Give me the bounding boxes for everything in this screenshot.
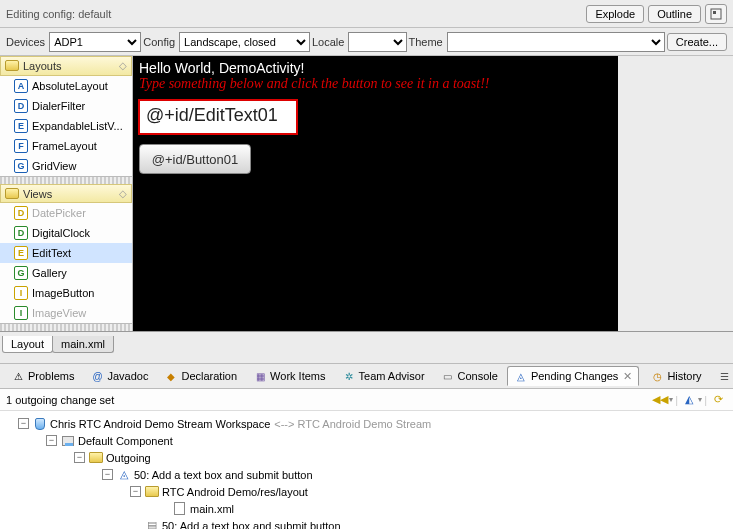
palette-item-label: EditText bbox=[32, 247, 71, 259]
outline-button[interactable]: Outline bbox=[648, 5, 701, 23]
scroll-stub[interactable] bbox=[0, 323, 132, 331]
explode-button[interactable]: Explode bbox=[586, 5, 644, 23]
letter-icon: D bbox=[14, 206, 28, 220]
palette-views-header[interactable]: Views ◇ bbox=[0, 184, 132, 204]
tab-layout[interactable]: Layout bbox=[2, 336, 53, 353]
folder-icon bbox=[5, 60, 19, 71]
theme-label: Theme bbox=[409, 36, 443, 48]
palette-layouts-header[interactable]: Layouts ◇ bbox=[0, 56, 132, 76]
tab-mainxml[interactable]: main.xml bbox=[52, 336, 114, 353]
letter-icon: E bbox=[14, 119, 28, 133]
letter-icon: D bbox=[14, 99, 28, 113]
tree-file[interactable]: main.xml bbox=[190, 503, 234, 515]
preview-button[interactable]: @+id/Button01 bbox=[139, 144, 251, 174]
preview-textview-hint[interactable]: Type something below and click the butto… bbox=[133, 76, 618, 98]
close-icon[interactable]: ✕ bbox=[623, 370, 632, 383]
tab-problems[interactable]: ⚠ Problems bbox=[4, 366, 81, 386]
outgoing-icon[interactable]: ◭ bbox=[680, 392, 698, 408]
tree-component[interactable]: Default Component bbox=[78, 435, 173, 447]
palette-item-label: DigitalClock bbox=[32, 227, 90, 239]
palette-item-imageview[interactable]: IImageView bbox=[0, 303, 132, 323]
folder-icon bbox=[5, 188, 19, 199]
letter-icon: G bbox=[14, 266, 28, 280]
palette-item-framelayout[interactable]: FFrameLayout bbox=[0, 136, 132, 156]
tab-declaration[interactable]: ◆ Declaration bbox=[157, 366, 244, 386]
palette-item-edittext[interactable]: EEditText bbox=[0, 243, 132, 263]
tree-workspace-target: <--> RTC Android Demo Stream bbox=[274, 418, 431, 430]
locale-select[interactable] bbox=[348, 32, 406, 52]
tab-console[interactable]: ▭ Console bbox=[434, 366, 505, 386]
palette-item-expandablelistv...[interactable]: EExpandableListV... bbox=[0, 116, 132, 136]
tab-properties[interactable]: ☰ Proper bbox=[711, 366, 733, 386]
palette-item-gridview[interactable]: GGridView bbox=[0, 156, 132, 176]
preview-edittext[interactable]: @+id/EditText01 bbox=[139, 100, 297, 134]
palette-item-gallery[interactable]: GGallery bbox=[0, 263, 132, 283]
palette-item-dialerfilter[interactable]: DDialerFilter bbox=[0, 96, 132, 116]
tab-problems-label: Problems bbox=[28, 370, 74, 382]
palette-item-absolutelayout[interactable]: AAbsoluteLayout bbox=[0, 76, 132, 96]
teamadvisor-icon: ✲ bbox=[342, 369, 356, 383]
palette-item-datepicker[interactable]: DDatePicker bbox=[0, 203, 132, 223]
tree-folder[interactable]: RTC Android Demo/res/layout bbox=[162, 486, 308, 498]
config-select[interactable]: Landscape, closed bbox=[179, 32, 310, 52]
palette-layouts-label: Layouts bbox=[23, 60, 62, 72]
devices-select[interactable]: ADP1 bbox=[49, 32, 141, 52]
history-icon: ◷ bbox=[650, 369, 664, 383]
tab-history-label: History bbox=[667, 370, 701, 382]
refresh-icon[interactable]: ⟳ bbox=[709, 392, 727, 408]
letter-icon: A bbox=[14, 79, 28, 93]
palette-item-label: DatePicker bbox=[32, 207, 86, 219]
letter-icon: F bbox=[14, 139, 28, 153]
locale-label: Locale bbox=[312, 36, 344, 48]
preview-textview-hello[interactable]: Hello World, DemoActivity! bbox=[133, 56, 618, 76]
folder-icon bbox=[144, 484, 159, 499]
tree-outgoing[interactable]: Outgoing bbox=[106, 452, 151, 464]
editing-config-title: Editing config: default bbox=[6, 8, 582, 20]
palette-views-list: DDatePickerDDigitalClockEEditTextGGaller… bbox=[0, 203, 132, 323]
folder-icon bbox=[88, 450, 103, 465]
create-button[interactable]: Create... bbox=[667, 33, 727, 51]
letter-icon: E bbox=[14, 246, 28, 260]
tab-pending-label: Pending Changes bbox=[531, 370, 618, 382]
pending-icon: ◬ bbox=[514, 369, 528, 383]
pending-changes-tree[interactable]: − Chris RTC Android Demo Stream Workspac… bbox=[0, 411, 733, 529]
file-icon bbox=[172, 501, 187, 516]
palette-item-label: Gallery bbox=[32, 267, 67, 279]
scroll-stub[interactable] bbox=[0, 176, 132, 184]
config-label: Config bbox=[143, 36, 175, 48]
incoming-icon[interactable]: ◀◀ bbox=[651, 392, 669, 408]
twist-icon[interactable]: − bbox=[102, 469, 113, 480]
tab-pending-changes[interactable]: ◬ Pending Changes ✕ bbox=[507, 366, 639, 386]
twist-icon[interactable]: − bbox=[130, 486, 141, 497]
twist-icon[interactable]: − bbox=[18, 418, 29, 429]
collapse-icon[interactable]: ◇ bbox=[119, 60, 127, 71]
letter-icon: I bbox=[14, 286, 28, 300]
tab-history[interactable]: ◷ History bbox=[643, 366, 708, 386]
tab-declaration-label: Declaration bbox=[181, 370, 237, 382]
theme-select[interactable] bbox=[447, 32, 665, 52]
tree-changeset-2[interactable]: 50: Add a text box and submit button bbox=[162, 520, 341, 530]
tree-workspace[interactable]: Chris RTC Android Demo Stream Workspace bbox=[50, 418, 270, 430]
view-menu-icon[interactable] bbox=[705, 4, 727, 24]
twist-icon[interactable]: − bbox=[46, 435, 57, 446]
palette-views-label: Views bbox=[23, 188, 52, 200]
workspace-icon bbox=[32, 416, 47, 431]
palette-layouts-list: AAbsoluteLayoutDDialerFilterEExpandableL… bbox=[0, 76, 132, 176]
collapse-icon[interactable]: ◇ bbox=[119, 188, 127, 199]
tab-teamadvisor-label: Team Advisor bbox=[359, 370, 425, 382]
palette-item-imagebutton[interactable]: IImageButton bbox=[0, 283, 132, 303]
palette-item-digitalclock[interactable]: DDigitalClock bbox=[0, 223, 132, 243]
tree-changeset-1[interactable]: 50: Add a text box and submit button bbox=[134, 469, 313, 481]
console-icon: ▭ bbox=[441, 369, 455, 383]
palette-panel: Layouts ◇ AAbsoluteLayoutDDialerFilterEE… bbox=[0, 56, 133, 331]
tab-teamadvisor[interactable]: ✲ Team Advisor bbox=[335, 366, 432, 386]
separator: | bbox=[673, 394, 680, 406]
layout-canvas[interactable]: Hello World, DemoActivity! Type somethin… bbox=[133, 56, 618, 331]
workitems-icon: ▦ bbox=[253, 369, 267, 383]
palette-item-label: FrameLayout bbox=[32, 140, 97, 152]
tab-workitems[interactable]: ▦ Work Items bbox=[246, 366, 332, 386]
letter-icon: G bbox=[14, 159, 28, 173]
twist-icon[interactable]: − bbox=[74, 452, 85, 463]
tab-javadoc[interactable]: @ Javadoc bbox=[83, 366, 155, 386]
tab-javadoc-label: Javadoc bbox=[107, 370, 148, 382]
